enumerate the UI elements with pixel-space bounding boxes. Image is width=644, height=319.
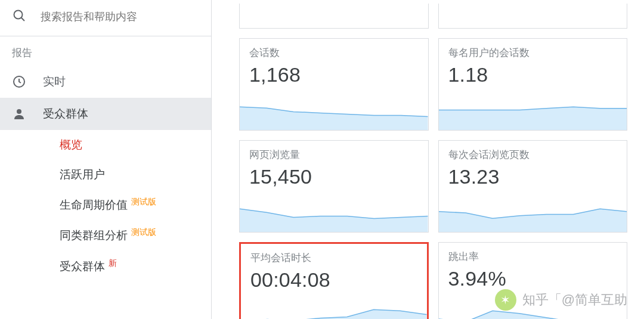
metric-value: 1.18 [448,63,618,86]
nav-realtime[interactable]: 实时 [0,66,211,98]
metric-card[interactable]: 网页浏览量15,450 [239,140,429,233]
svg-point-0 [14,11,23,19]
reports-section-label: 报告 [0,36,211,66]
sidebar: 报告 实时 受众群体 概览 活跃用户 生命周期价值测试版 同类群组 [0,0,212,319]
person-icon [12,107,26,121]
beta-badge: 测试版 [131,197,156,206]
subnav-active-users[interactable]: 活跃用户 [0,160,211,190]
subnav-audiences[interactable]: 受众群体新 [0,251,211,281]
subnav-audiences-label: 受众群体 [60,260,105,272]
subnav-overview-label: 概览 [60,138,82,151]
sparkline [240,205,428,232]
metric-title: 网页浏览量 [249,148,419,162]
wechat-icon: ✶ [495,289,516,311]
sparkline [439,103,627,130]
svg-line-1 [21,18,24,21]
audience-subnav: 概览 活跃用户 生命周期价值测试版 同类群组分析测试版 受众群体新 [0,130,211,281]
metric-card[interactable]: 会话数1,168 [239,38,429,131]
subnav-lifetime-value-label: 生命周期价值 [60,199,128,211]
watermark-text: 知乎「@简单互助 [522,291,627,309]
watermark: ✶ 知乎「@简单互助 [495,289,627,311]
metric-card[interactable]: 每次会话浏览页数13.23 [438,140,628,233]
search-input[interactable] [41,11,199,23]
metric-title: 会话数 [249,46,419,60]
new-badge: 新 [109,258,117,268]
beta-badge: 测试版 [131,227,156,237]
metric-value: 13.23 [448,165,618,188]
metric-title: 每名用户的会话数 [448,46,618,60]
stub-card[interactable] [239,4,429,29]
top-stub-row [239,4,627,29]
subnav-cohort-analysis[interactable]: 同类群组分析测试版 [0,220,211,250]
subnav-active-users-label: 活跃用户 [60,168,105,181]
clock-icon [12,75,26,89]
svg-point-3 [17,109,21,114]
sparkline [240,103,428,130]
stub-card[interactable] [438,4,628,29]
metric-card[interactable]: 平均会话时长00:04:08 [239,242,429,319]
search-icon [12,8,26,25]
subnav-lifetime-value[interactable]: 生命周期价值测试版 [0,190,211,220]
metric-value: 3.94% [448,267,618,290]
search-row [0,0,211,36]
nav-audience[interactable]: 受众群体 [0,98,211,130]
nav-realtime-label: 实时 [43,74,66,89]
metric-cards-grid: 会话数1,168 每名用户的会话数1.18 网页浏览量15,450 每次会话浏览… [239,38,627,319]
sparkline [241,305,427,319]
sparkline [439,205,627,232]
metric-title: 平均会话时长 [250,251,417,265]
metric-value: 00:04:08 [250,268,417,292]
subnav-cohort-analysis-label: 同类群组分析 [60,230,128,242]
metric-value: 1,168 [249,63,419,86]
metric-title: 每次会话浏览页数 [448,148,618,162]
nav-audience-label: 受众群体 [43,106,88,122]
subnav-overview[interactable]: 概览 [0,130,211,160]
main-content: 会话数1,168 每名用户的会话数1.18 网页浏览量15,450 每次会话浏览… [212,0,644,319]
metric-value: 15,450 [249,165,419,188]
metric-card[interactable]: 每名用户的会话数1.18 [438,38,628,131]
metric-title: 跳出率 [448,250,618,264]
